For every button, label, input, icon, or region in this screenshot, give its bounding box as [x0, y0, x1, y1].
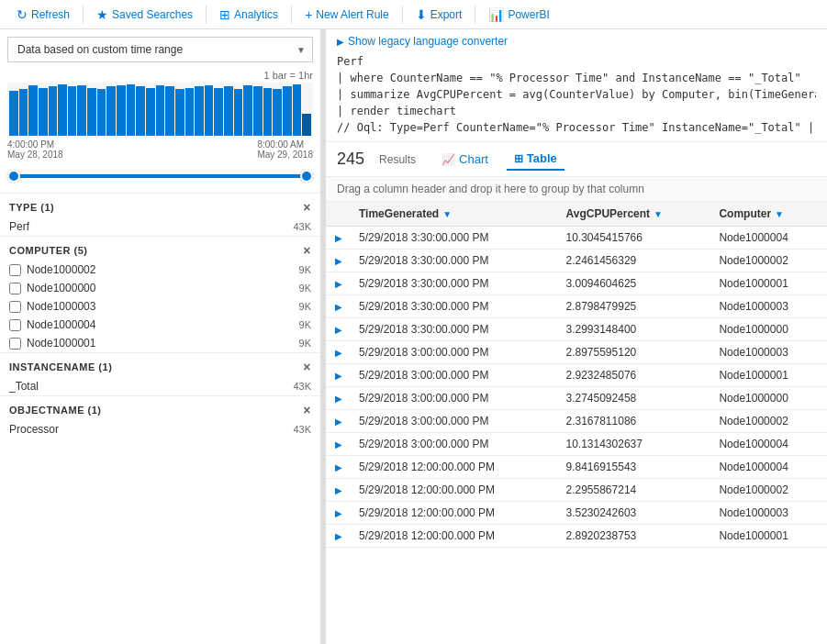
row-expand-btn-8[interactable]: ▶	[326, 410, 352, 433]
facet-row-processor: Processor 43K	[0, 420, 320, 439]
cell-computer-12: Node1000003	[711, 502, 827, 525]
facet-objectname-close[interactable]: ×	[303, 404, 311, 416]
facet-computer-header: COMPUTER (5) ×	[0, 237, 320, 261]
time-range-select[interactable]: Data based on custom time rangeLast 24 h…	[7, 37, 313, 62]
facet-objectname-header: OBJECTNAME (1) ×	[0, 396, 320, 420]
table-row: ▶ 5/29/2018 3:00:00.000 PM 3.2745092458 …	[326, 387, 827, 410]
facet-type: TYPE (1) × Perf 43K	[0, 193, 320, 236]
facet-computer-check-1[interactable]	[9, 283, 21, 294]
cell-computer-0: Node1000004	[711, 227, 827, 250]
facet-computer-check-4[interactable]	[9, 338, 21, 350]
drag-hint: Drag a column header and drop it here to…	[326, 177, 827, 202]
range-thumb-right[interactable]	[300, 170, 313, 183]
row-expand-btn-2[interactable]: ▶	[326, 272, 352, 295]
end-time: 8:00:00 AM	[257, 139, 313, 150]
facet-computer-label-1: Node1000000	[27, 282, 95, 294]
saved-searches-button[interactable]: ★ Saved Searches	[87, 4, 202, 26]
cell-computer-9: Node1000004	[711, 433, 827, 456]
toolbar: ↻ Refresh ★ Saved Searches ⊞ Analytics +…	[0, 0, 827, 29]
data-table-wrapper[interactable]: TimeGenerated ▼ AvgCPUPercent ▼	[326, 202, 827, 644]
facet-computer-check-2[interactable]	[9, 301, 21, 313]
hist-bar-11	[117, 85, 126, 136]
col-expander	[326, 202, 352, 227]
col-time-generated[interactable]: TimeGenerated ▼	[352, 202, 558, 227]
row-expand-btn-4[interactable]: ▶	[326, 318, 352, 341]
row-expand-btn-10[interactable]: ▶	[326, 456, 352, 479]
facet-computer-row-2: Node1000003 9K	[0, 297, 320, 316]
row-expand-btn-11[interactable]: ▶	[326, 479, 352, 502]
cell-avg-10: 9.8416915543	[558, 456, 711, 479]
cell-avg-4: 3.2993148400	[558, 318, 711, 341]
row-expand-btn-0[interactable]: ▶	[326, 227, 352, 250]
row-expand-btn-7[interactable]: ▶	[326, 387, 352, 410]
facets: TYPE (1) × Perf 43K COMPUTER (5) ×	[0, 193, 320, 644]
cell-avg-11: 2.2955867214	[558, 479, 711, 502]
hist-bar-25	[253, 86, 263, 136]
histogram-dates: 4:00:00 PM May 28, 2018 8:00:00 AM May 2…	[7, 139, 313, 160]
cell-time-12: 5/29/2018 12:00:00.000 PM	[352, 502, 558, 525]
cell-computer-8: Node1000002	[711, 410, 827, 433]
filter-icon-computer[interactable]: ▼	[775, 209, 784, 219]
histogram-area: 1 bar = 1hr 4:00:00 PM May 28, 2018 8:00…	[0, 70, 320, 163]
row-expand-btn-6[interactable]: ▶	[326, 364, 352, 387]
cell-time-7: 5/29/2018 3:00:00.000 PM	[352, 387, 558, 410]
facet-computer-row-3: Node1000004 9K	[0, 316, 320, 334]
hist-bar-29	[293, 84, 302, 136]
tab-chart[interactable]: 📈 Chart	[434, 149, 496, 170]
facet-objectname: OBJECTNAME (1) × Processor 43K	[0, 395, 320, 439]
hist-bar-16	[165, 86, 174, 136]
facet-computer-row-0: Node1000002 9K	[0, 261, 320, 279]
row-expand-btn-1[interactable]: ▶	[326, 250, 352, 272]
computer-facet-rows: Node1000002 9K Node1000000 9K Node100000…	[0, 261, 320, 352]
row-expand-btn-9[interactable]: ▶	[326, 433, 352, 456]
hist-bar-20	[205, 85, 214, 136]
powerbi-label: PowerBI	[508, 8, 549, 21]
analytics-button[interactable]: ⊞ Analytics	[210, 4, 287, 26]
time-range-selector[interactable]: Data based on custom time rangeLast 24 h…	[7, 37, 313, 62]
filter-icon-avg[interactable]: ▼	[654, 209, 663, 219]
hist-bar-0	[9, 91, 18, 136]
row-expand-btn-13[interactable]: ▶	[326, 525, 352, 548]
chart-icon: 📈	[441, 153, 455, 166]
hist-bar-10	[106, 86, 116, 136]
new-alert-button[interactable]: + New Alert Rule	[296, 4, 398, 26]
range-slider[interactable]	[0, 163, 320, 193]
col-avg-cpu[interactable]: AvgCPUPercent ▼	[558, 202, 711, 227]
cell-time-13: 5/29/2018 12:00:00.000 PM	[352, 525, 558, 548]
facet-computer-check-0[interactable]	[9, 264, 21, 276]
facet-computer-count-1: 9K	[299, 283, 311, 294]
refresh-button[interactable]: ↻ Refresh	[7, 4, 79, 26]
cell-time-1: 5/29/2018 3:30:00.000 PM	[352, 250, 558, 272]
start-date: May 28, 2018	[7, 150, 63, 160]
row-expand-btn-5[interactable]: ▶	[326, 341, 352, 364]
cell-time-2: 5/29/2018 3:30:00.000 PM	[352, 272, 558, 295]
hist-bar-15	[156, 85, 165, 136]
facet-computer-row-4: Node1000001 9K	[0, 334, 320, 352]
facet-type-close[interactable]: ×	[303, 201, 311, 214]
facet-computer-check-3[interactable]	[9, 319, 21, 331]
cell-time-3: 5/29/2018 3:30:00.000 PM	[352, 295, 558, 318]
powerbi-button[interactable]: 📊 PowerBI	[479, 4, 558, 26]
hist-bar-23	[234, 89, 243, 136]
row-expand-btn-3[interactable]: ▶	[326, 295, 352, 318]
col-computer[interactable]: Computer ▼	[711, 202, 827, 227]
facet-instancename-close[interactable]: ×	[303, 361, 311, 373]
export-button[interactable]: ⬇ Export	[407, 4, 472, 26]
range-thumb-left[interactable]	[7, 170, 20, 183]
facet-instancename-total-label: _Total	[9, 380, 39, 393]
table-row: ▶ 5/29/2018 3:30:00.000 PM 3.2993148400 …	[326, 318, 827, 341]
date-start: 4:00:00 PM May 28, 2018	[7, 139, 63, 160]
facet-computer-close[interactable]: ×	[303, 244, 311, 257]
facet-objectname-processor-count: 43K	[293, 424, 311, 435]
table-row: ▶ 5/29/2018 3:00:00.000 PM 2.3167811086 …	[326, 410, 827, 433]
legacy-link[interactable]: ▶ Show legacy language converter	[337, 35, 816, 48]
toolbar-sep-3	[291, 6, 292, 24]
facet-row-total: _Total 43K	[0, 377, 320, 395]
facet-instancename: INSTANCENAME (1) × _Total 43K	[0, 352, 320, 395]
filter-icon-time[interactable]: ▼	[442, 209, 452, 219]
table-row: ▶ 5/29/2018 12:00:00.000 PM 2.2955867214…	[326, 479, 827, 502]
table-row: ▶ 5/29/2018 12:00:00.000 PM 3.5230242603…	[326, 502, 827, 525]
refresh-icon: ↻	[17, 7, 28, 22]
tab-table[interactable]: ⊞ Table	[507, 148, 564, 171]
row-expand-btn-12[interactable]: ▶	[326, 502, 352, 525]
